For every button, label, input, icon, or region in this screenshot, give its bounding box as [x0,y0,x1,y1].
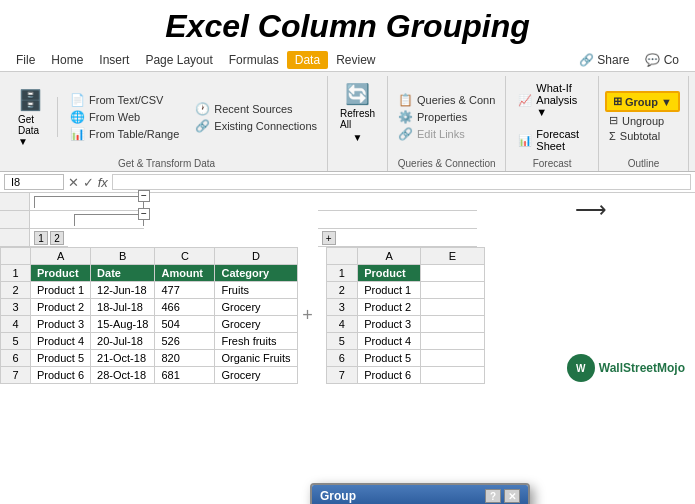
col-header-c[interactable]: C [155,248,215,265]
header-date[interactable]: Date [91,265,155,282]
right-table: A E 1 Product 2 Product 1 3 Product 2 [326,247,485,384]
cell-d6[interactable]: Organic Fruits [215,350,297,367]
col-header-b[interactable]: B [91,248,155,265]
right-cell-a4[interactable]: Product 3 [358,316,421,333]
recent-sources-button[interactable]: 🕐 Recent Sources [191,101,296,117]
col-header-d[interactable]: D [215,248,297,265]
right-header-product[interactable]: Product [358,265,421,282]
cell-a2[interactable]: Product 1 [31,282,91,299]
get-transform-label: Get & Transform Data [12,156,321,169]
cell-b4[interactable]: 15-Aug-18 [91,316,155,333]
right-cell-a5[interactable]: Product 4 [358,333,421,350]
menu-bar: File Home Insert Page Layout Formulas Da… [0,49,695,72]
ribbon: 🗄️ GetData ▼ 📄 From Text/CSV 🌐 From Web … [0,72,695,172]
cell-b6[interactable]: 21-Oct-18 [91,350,155,367]
level-1[interactable]: 1 [34,231,48,245]
edit-links-button[interactable]: 🔗 Edit Links [394,126,469,142]
existing-connections-button[interactable]: 🔗 Existing Connections [191,118,321,134]
right-cell-a3[interactable]: Product 2 [358,299,421,316]
queries-conn-button[interactable]: 📋 Queries & Conn [394,92,499,108]
level-numbers-row: 1 2 [0,229,298,247]
right-level-plus[interactable]: + [322,231,336,245]
cell-a6[interactable]: Product 5 [31,350,91,367]
formula-bar: ✕ ✓ fx [0,172,695,193]
header-amount[interactable]: Amount [155,265,215,282]
subtotal-button[interactable]: Σ Subtotal [605,129,664,143]
menu-home[interactable]: Home [43,51,91,69]
dialog-title-text: Group [320,489,356,503]
cell-b3[interactable]: 18-Jul-18 [91,299,155,316]
right-cell-a6[interactable]: Product 5 [358,350,421,367]
properties-button[interactable]: ⚙️ Properties [394,109,471,125]
forecast-label: Forecast [512,156,592,169]
cell-c7[interactable]: 681 [155,367,215,384]
cell-d4[interactable]: Grocery [215,316,297,333]
menu-insert[interactable]: Insert [91,51,137,69]
page-title: Excel Column Grouping [0,0,695,49]
col-header-a[interactable]: A [31,248,91,265]
cell-reference[interactable] [4,174,64,190]
cell-b5[interactable]: 20-Jul-18 [91,333,155,350]
watermark: W WallStreetMojo [567,354,685,382]
cell-b2[interactable]: 12-Jun-18 [91,282,155,299]
cell-b7[interactable]: 28-Oct-18 [91,367,155,384]
formula-input[interactable] [112,174,691,190]
header-category[interactable]: Category [215,265,297,282]
right-level-row: + [318,229,477,247]
refresh-all-button[interactable]: 🔄 Refresh All ▼ [334,78,381,147]
main-table: A B C D 1 Product Date Amount Category 2… [0,247,298,384]
header-product[interactable]: Product [31,265,91,282]
dialog-help-button[interactable]: ? [485,489,501,503]
from-web-button[interactable]: 🌐 From Web [66,109,144,125]
cell-d2[interactable]: Fruits [215,282,297,299]
menu-share[interactable]: 🔗 Share [571,51,637,69]
dialog-close-button[interactable]: ✕ [504,489,520,503]
dialog-title-bar: Group ? ✕ [312,485,528,504]
ribbon-get-data-section: 🗄️ GetData ▼ 📄 From Text/CSV 🌐 From Web … [6,76,328,171]
right-cell-a7[interactable]: Product 6 [358,367,421,384]
right-cell-a2[interactable]: Product 1 [358,282,421,299]
ribbon-outline-section: ⊞ Group ▼ ⊟ Ungroup Σ Subtotal Outline [599,76,689,171]
menu-page-layout[interactable]: Page Layout [137,51,220,69]
menu-review[interactable]: Review [328,51,383,69]
from-text-csv-button[interactable]: 📄 From Text/CSV [66,92,167,108]
dialog-title-buttons: ? ✕ [485,489,520,503]
cell-c4[interactable]: 504 [155,316,215,333]
level-2[interactable]: 2 [50,231,64,245]
ribbon-refresh-section: 🔄 Refresh All ▼ [328,76,388,171]
row-num-1: 1 [1,265,31,282]
menu-formulas[interactable]: Formulas [221,51,287,69]
cell-a3[interactable]: Product 2 [31,299,91,316]
from-table-button[interactable]: 📊 From Table/Range [66,126,183,142]
cell-c2[interactable]: 477 [155,282,215,299]
right-group-row-2 [318,211,477,229]
cell-d5[interactable]: Fresh fruits [215,333,297,350]
outline-label: Outline [605,156,682,169]
cell-c3[interactable]: 466 [155,299,215,316]
fx-label: fx [98,175,108,190]
cell-c6[interactable]: 820 [155,350,215,367]
cell-d3[interactable]: Grocery [215,299,297,316]
group-button[interactable]: ⊞ Group ▼ [605,91,680,112]
cell-c5[interactable]: 526 [155,333,215,350]
cell-d7[interactable]: Grocery [215,367,297,384]
cell-a5[interactable]: Product 4 [31,333,91,350]
right-sheet: + A E 1 Product 2 Product 1 [318,193,477,384]
ungroup-button[interactable]: ⊟ Ungroup [605,113,668,128]
menu-file[interactable]: File [8,51,43,69]
get-data-button[interactable]: 🗄️ GetData ▼ [12,84,49,151]
left-sheet: − − 1 2 A [0,193,298,384]
collapse-minus-top[interactable]: − [138,190,150,202]
cell-a4[interactable]: Product 3 [31,316,91,333]
menu-data[interactable]: Data [287,51,328,69]
arrow-annotation: ⟶ [575,197,607,223]
what-if-button[interactable]: 📈 What-If Analysis ▼ [512,78,592,122]
watermark-text: WallStreetMojo [599,361,685,375]
collapse-minus-bottom[interactable]: − [138,208,150,220]
group-dialog: Group ? ✕ Group Rows Columns OK Cancel [310,483,530,504]
menu-co[interactable]: 💬 Co [637,51,687,69]
cell-a7[interactable]: Product 6 [31,367,91,384]
right-col-header-e[interactable]: E [421,248,484,265]
forecast-sheet-button[interactable]: 📊 Forecast Sheet [512,124,592,156]
right-col-header-a[interactable]: A [358,248,421,265]
